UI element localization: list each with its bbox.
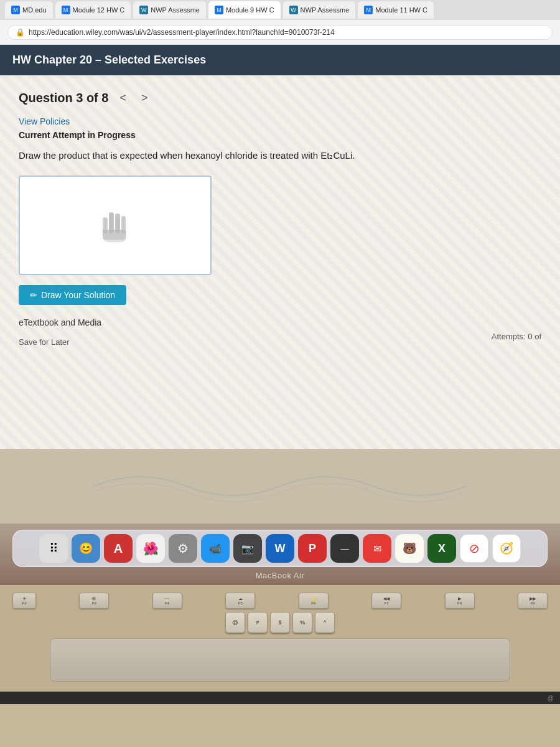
tab-favicon-md: M	[11, 6, 20, 14]
dock-icon-mail[interactable]: ✉	[363, 534, 391, 563]
prev-question-button[interactable]: <	[116, 90, 130, 106]
tab-nwp1[interactable]: W NWP Assessme	[133, 1, 206, 19]
key-f6[interactable]: 🌙 F6	[299, 593, 329, 609]
view-policies-link[interactable]: View Policies	[19, 116, 70, 126]
key-brightness-icon[interactable]: ☀ F2	[12, 593, 36, 609]
tab-favicon-nwp2: W	[289, 6, 298, 14]
pencil-icon: ✏	[30, 290, 37, 300]
lock-icon: 🔒	[16, 28, 25, 37]
tab-module11[interactable]: M Module 11 HW C	[358, 1, 434, 19]
tab-favicon-mod9: M	[215, 6, 223, 14]
address-text: https://education.wiley.com/was/ui/v2/as…	[29, 28, 335, 37]
question-number: Question 3 of 8	[19, 91, 108, 105]
dock-icon-compass[interactable]: ⊘	[460, 534, 488, 563]
dock-icon-teams[interactable]: —	[330, 534, 359, 563]
tab-favicon-mod12: M	[62, 6, 70, 14]
page-header: HW Chapter 20 – Selected Exercises	[0, 45, 560, 75]
key-hash[interactable]: #	[248, 612, 268, 633]
address-input[interactable]: 🔒 https://education.wiley.com/was/ui/v2/…	[7, 25, 553, 40]
dock-icon-bear[interactable]: 🐻	[395, 534, 424, 563]
attempts-text: Attempts: 0 of	[492, 332, 541, 341]
dock-icon-camera[interactable]: 📷	[233, 534, 262, 563]
question-text: Draw the product that is expected when h…	[19, 149, 541, 163]
tab-md-edu[interactable]: M MD.edu	[5, 1, 53, 19]
tab-module9[interactable]: M Module 9 HW C	[208, 1, 281, 19]
etextbook-text: eTextbook and Media	[19, 317, 101, 327]
dock-icon-excel[interactable]: X	[427, 534, 456, 563]
draw-button-label: Draw Your Solution	[41, 290, 115, 300]
dock-icon-safari[interactable]: 🧭	[492, 534, 521, 563]
save-later-link[interactable]: Save for Later	[19, 337, 70, 347]
main-content: Question 3 of 8 < > View Policies Curren…	[0, 75, 560, 449]
keyboard-area: ☀ F2 ⊞ F3 ⋯ F4 ☁ F5 🌙 F6 ◀◀ F7 ▶ F8 ▶▶	[0, 585, 560, 692]
dock-icon-powerpoint[interactable]: P	[298, 534, 327, 563]
key-f4[interactable]: ⋯ F4	[152, 593, 182, 609]
dock-icon-a[interactable]: A	[104, 534, 133, 563]
dock-icon-finder[interactable]: 😊	[72, 534, 100, 563]
etextbook-link[interactable]: eTextbook and Media	[19, 317, 541, 327]
key-f9[interactable]: ▶▶ F9	[518, 593, 548, 609]
key-f8[interactable]: ▶ F8	[445, 593, 475, 609]
wave-area	[0, 449, 560, 524]
mac-bottom: ⠿ 😊 A 🌺 ⚙ 📹 📷 W P — ✉ 🐻 X ⊘ 🧭 MacBook Ai…	[0, 524, 560, 585]
question-nav: Question 3 of 8 < >	[19, 90, 541, 106]
key-f7[interactable]: ◀◀ F7	[371, 593, 401, 609]
dock-bar: ⠿ 😊 A 🌺 ⚙ 📹 📷 W P — ✉ 🐻 X ⊘ 🧭	[12, 530, 548, 567]
tab-favicon-mod11: M	[364, 6, 373, 14]
at-sign: @	[548, 695, 554, 702]
footer-bar: Save for Later Attempts: 0 of	[19, 337, 541, 347]
fn-key-row: ☀ F2 ⊞ F3 ⋯ F4 ☁ F5 🌙 F6 ◀◀ F7 ▶ F8 ▶▶	[12, 593, 548, 609]
page-header-text: HW Chapter 20 – Selected Exercises	[12, 54, 206, 66]
drawing-hand-icon	[96, 200, 134, 251]
dock-icon-settings[interactable]: ⚙	[169, 534, 197, 563]
bottom-bar: @	[0, 692, 560, 704]
key-f5[interactable]: ☁ F5	[225, 593, 255, 609]
draw-solution-button[interactable]: ✏ Draw Your Solution	[19, 285, 126, 305]
macbook-label: MacBook Air	[0, 567, 560, 585]
key-f3[interactable]: ⊞ F3	[79, 593, 109, 609]
drawing-canvas[interactable]	[19, 176, 212, 275]
tab-module12[interactable]: M Module 12 HW C	[55, 1, 131, 19]
current-attempt-label: Current Attempt in Progress	[19, 130, 541, 140]
key-percent[interactable]: %	[292, 612, 312, 633]
dock-icon-word[interactable]: W	[266, 534, 294, 563]
key-caret[interactable]: ^	[315, 612, 335, 633]
tab-favicon-nwp1: W	[139, 6, 148, 14]
trackpad[interactable]	[50, 638, 510, 682]
dock-icon-zoom[interactable]: 📹	[201, 534, 230, 563]
symbol-key-row: @ # $ % ^	[12, 612, 548, 633]
dock-icon-photos[interactable]: 🌺	[136, 534, 165, 563]
address-bar: 🔒 https://education.wiley.com/was/ui/v2/…	[0, 20, 560, 45]
key-at[interactable]: @	[225, 612, 245, 633]
next-question-button[interactable]: >	[138, 90, 152, 106]
tab-nwp2[interactable]: W NWP Assessme	[283, 1, 356, 19]
dock-icon-launchpad[interactable]: ⠿	[39, 534, 68, 563]
browser-tabs: M MD.edu M Module 12 HW C W NWP Assessme…	[0, 0, 560, 20]
key-dollar[interactable]: $	[270, 612, 290, 633]
